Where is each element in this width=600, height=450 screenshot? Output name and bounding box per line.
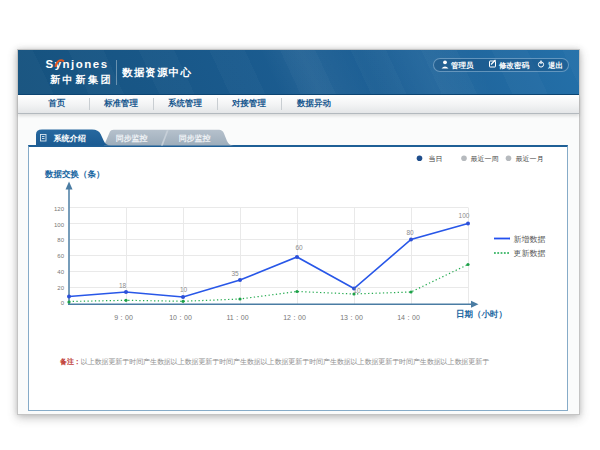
svg-text:100: 100 <box>459 212 470 219</box>
svg-text:日期（小时）: 日期（小时） <box>456 309 507 319</box>
svg-text:100: 100 <box>54 222 65 228</box>
svg-text:0: 0 <box>61 300 65 306</box>
svg-text:10: 10 <box>353 287 361 294</box>
svg-text:13：00: 13：00 <box>340 314 363 321</box>
svg-text:系统介绍: 系统介绍 <box>53 133 86 143</box>
svg-text:11：00: 11：00 <box>226 314 248 321</box>
svg-text:最近一月: 最近一月 <box>516 155 544 163</box>
svg-text:10: 10 <box>180 286 188 293</box>
svg-text:60: 60 <box>295 244 303 251</box>
svg-text:18: 18 <box>119 282 127 289</box>
svg-text:14：00: 14：00 <box>397 314 420 321</box>
svg-text:数据交换（条）: 数据交换（条） <box>44 169 105 179</box>
svg-text:80: 80 <box>406 229 414 236</box>
svg-text:9：00: 9：00 <box>114 314 133 321</box>
svg-text:管理员: 管理员 <box>450 61 474 70</box>
svg-text:最近一周: 最近一周 <box>471 155 499 162</box>
svg-text:同步监控: 同步监控 <box>179 134 211 143</box>
svg-text:35: 35 <box>231 270 239 277</box>
svg-text:退出: 退出 <box>547 61 563 70</box>
svg-text:60: 60 <box>57 253 64 259</box>
svg-text:12：00: 12：00 <box>283 314 306 321</box>
svg-text:当日: 当日 <box>429 155 443 163</box>
svg-text:20: 20 <box>57 285 64 291</box>
svg-text:更新数据: 更新数据 <box>514 249 546 258</box>
svg-text:40: 40 <box>57 269 64 275</box>
svg-text:120: 120 <box>54 206 65 212</box>
svg-text:80: 80 <box>57 237 64 243</box>
svg-text:新增数据: 新增数据 <box>514 235 546 244</box>
svg-text:10：00: 10：00 <box>169 314 192 321</box>
svg-text:修改密码: 修改密码 <box>498 61 530 70</box>
svg-text:同步监控: 同步监控 <box>116 134 148 143</box>
